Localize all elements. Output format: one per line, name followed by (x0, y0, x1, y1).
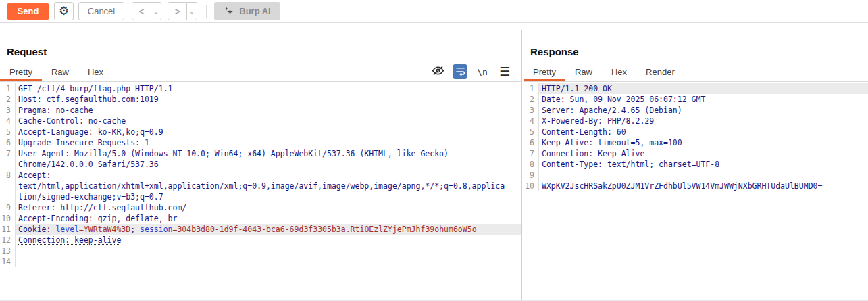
request-editor-icons: \n ☰ (430, 64, 512, 80)
code-row: 9Referer: http://ctf.segfaulthub.com/ (0, 202, 521, 213)
code-segment: Connection: keep-alive (18, 235, 121, 245)
line-number: 5 (524, 126, 538, 137)
code-segment: Host: ctf.segfaulthub.com:1019 (18, 95, 159, 104)
request-editor: 1GET /ctf/4_burp/flag.php HTTP/1.12Host:… (0, 83, 521, 267)
burp-ai-label: Burp AI (239, 6, 270, 16)
code-segment: Pragma: no-cache (18, 106, 93, 115)
line-number: 8 (0, 170, 15, 181)
code-line[interactable]: tion/signed-exchange;v=b3;q=0.7 (16, 191, 521, 202)
burp-ai-button[interactable]: Burp AI (214, 2, 280, 20)
code-segment: Content-Type: text/html; charset=UTF-8 (542, 160, 719, 169)
code-line[interactable]: Referer: http://ctf.segfaulthub.com/ (16, 202, 521, 213)
code-line[interactable]: Host: ctf.segfaulthub.com:1019 (16, 94, 521, 105)
line-number: 5 (0, 126, 15, 137)
code-row: 4X-Powered-By: PHP/8.2.29 (524, 116, 868, 126)
line-number: 1 (0, 83, 15, 94)
code-line[interactable]: WXpKV2JscHRSakZpU0ZJM1VrZFdhbUl5VW14VmJW… (539, 181, 868, 191)
code-line[interactable]: HTTP/1.1 200 OK (539, 83, 868, 94)
code-line[interactable]: X-Powered-By: PHP/8.2.29 (539, 116, 868, 126)
gear-icon: ⚙ (59, 4, 69, 18)
request-tabs: PrettyRawHex (0, 64, 521, 82)
code-segment: tion/signed-exchange;v=b3;q=0.7 (18, 192, 163, 202)
tab-pretty[interactable]: Pretty (0, 64, 42, 81)
code-row: 9 (524, 170, 868, 181)
code-row: 4Cache-Control: no-cache (0, 116, 521, 126)
code-segment: level (55, 225, 79, 234)
back-button[interactable]: < (132, 2, 151, 20)
code-row: 5Accept-Language: ko-KR,ko;q=0.9 (0, 126, 521, 137)
code-line[interactable]: Cache-Control: no-cache (16, 116, 521, 126)
line-number: 4 (0, 116, 15, 126)
tab-hex[interactable]: Hex (78, 64, 113, 81)
code-row: tion/signed-exchange;v=b3;q=0.7 (0, 191, 521, 202)
code-line[interactable]: Date: Sun, 09 Nov 2025 06:07:12 GMT (539, 94, 868, 105)
line-number: 8 (524, 159, 538, 170)
editor-menu-button[interactable]: ☰ (497, 64, 512, 79)
code-line[interactable] (16, 246, 521, 256)
code-row: 11Cookie: level=YWRtaW4%3D; session=304b… (0, 224, 521, 235)
forward-dropdown-button[interactable]: ⌄ (187, 2, 197, 20)
code-row: 6Keep-Alive: timeout=5, max=100 (524, 137, 868, 148)
line-number: 1 (524, 83, 538, 94)
code-row: 7Connection: Keep-Alive (524, 148, 868, 159)
send-button[interactable]: Send (7, 3, 49, 20)
code-line[interactable]: Connection: keep-alive (16, 235, 521, 246)
line-number: 14 (0, 256, 15, 267)
repeater-toolbar: Send ⚙ Cancel < ⌄ > ⌄ (0, 0, 868, 23)
line-number: 6 (524, 137, 538, 148)
code-row: 14 (0, 256, 521, 267)
tab-hex[interactable]: Hex (602, 64, 636, 81)
code-segment: GET /ctf/4_burp/flag.php HTTP/1.1 (18, 84, 172, 93)
tab-pretty[interactable]: Pretty (524, 64, 565, 81)
code-segment: Accept: (18, 170, 51, 180)
code-line[interactable]: Content-Length: 60 (539, 126, 868, 137)
code-line[interactable]: Accept-Language: ko-KR,ko;q=0.9 (16, 126, 521, 137)
code-line[interactable]: Upgrade-Insecure-Requests: 1 (16, 137, 521, 148)
code-line[interactable]: Server: Apache/2.4.65 (Debian) (539, 105, 868, 116)
request-panel-title: Request (7, 46, 521, 57)
eye-slash-icon (431, 64, 445, 80)
word-wrap-toggle[interactable] (453, 64, 467, 79)
code-row: 7User-Agent: Mozilla/5.0 (Windows NT 10.… (0, 148, 521, 159)
line-number: 2 (524, 94, 538, 105)
hamburger-menu-icon: ☰ (499, 64, 510, 79)
code-line[interactable]: Content-Type: text/html; charset=UTF-8 (539, 159, 868, 170)
code-segment: Cookie: (18, 225, 55, 234)
code-row: 8Content-Type: text/html; charset=UTF-8 (524, 159, 868, 170)
code-line[interactable]: Pragma: no-cache (16, 105, 521, 116)
code-line[interactable]: Accept-Encoding: gzip, deflate, br (16, 213, 521, 224)
back-dropdown-button[interactable]: ⌄ (151, 2, 161, 20)
hide-nonprintable-button[interactable] (430, 64, 445, 79)
code-segment: =YWRtaW4%3D (79, 225, 130, 234)
tab-raw[interactable]: Raw (565, 64, 602, 81)
code-row: 3Server: Apache/2.4.65 (Debian) (524, 105, 868, 116)
tab-raw[interactable]: Raw (42, 64, 78, 81)
code-line[interactable] (16, 256, 521, 267)
code-line[interactable]: Accept: (16, 170, 521, 181)
chevron-right-icon: > (174, 6, 180, 17)
code-row: text/html,application/xhtml+xml,applicat… (0, 181, 521, 191)
forward-button[interactable]: > (168, 2, 187, 20)
cancel-button[interactable]: Cancel (78, 2, 124, 20)
panel-divider[interactable] (521, 30, 522, 300)
code-segment: session (140, 225, 172, 234)
history-back-group: < ⌄ (132, 2, 161, 20)
code-line[interactable] (539, 170, 868, 181)
code-line[interactable]: text/html,application/xhtml+xml,applicat… (16, 181, 521, 191)
code-line[interactable]: Cookie: level=YWRtaW4%3D; session=304b3d… (16, 224, 521, 235)
response-panel: Response PrettyRawHexRender 1HTTP/1.1 20… (524, 23, 868, 300)
show-newlines-button[interactable]: \n (475, 64, 490, 79)
code-line[interactable]: User-Agent: Mozilla/5.0 (Windows NT 10.0… (16, 148, 521, 159)
code-line[interactable]: Chrome/142.0.0.0 Safari/537.36 (16, 159, 521, 170)
send-settings-button[interactable]: ⚙ (54, 2, 74, 20)
tab-render[interactable]: Render (636, 64, 684, 81)
code-row: 5Content-Length: 60 (524, 126, 868, 137)
code-line[interactable]: GET /ctf/4_burp/flag.php HTTP/1.1 (16, 83, 521, 94)
code-line[interactable]: Keep-Alive: timeout=5, max=100 (539, 137, 868, 148)
line-number: 10 (0, 213, 15, 224)
chevron-down-icon: ⌄ (189, 8, 195, 15)
code-line[interactable]: Connection: Keep-Alive (539, 148, 868, 159)
line-number: 6 (0, 137, 15, 148)
code-segment: Server: Apache/2.4.65 (Debian) (542, 106, 682, 115)
code-row: 10WXpKV2JscHRSakZpU0ZJM1VrZFdhbUl5VW14Vm… (524, 181, 868, 191)
